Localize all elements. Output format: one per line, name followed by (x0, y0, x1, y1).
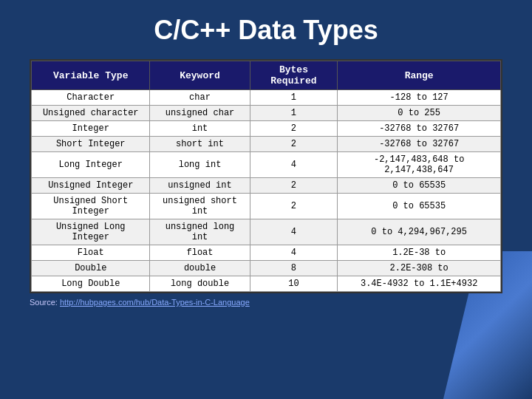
page-title: C/C++ Data Types (30, 15, 502, 46)
table-cell: 1 (250, 90, 338, 106)
table-cell: short int (150, 137, 250, 152)
table-cell: int (150, 121, 250, 137)
table-cell: 2.2E-308 to (338, 261, 501, 276)
table-cell: -32768 to 32767 (338, 121, 501, 137)
table-cell: char (150, 90, 250, 106)
table-cell: Long Double (32, 276, 150, 292)
table-row: Characterchar1-128 to 127 (32, 90, 501, 106)
table-cell: 2 (250, 178, 338, 194)
table-cell: unsigned int (150, 178, 250, 194)
table-cell: double (150, 261, 250, 276)
table-cell: -2,147,483,648 to 2,147,438,647 (338, 152, 501, 178)
table-cell: Double (32, 261, 150, 276)
table-cell: 1.2E-38 to (338, 245, 501, 261)
table-cell: Long Integer (32, 152, 150, 178)
col-bytes: Bytes Required (250, 61, 338, 90)
table-row: Unsigned Long Integerunsigned long int40… (32, 219, 501, 245)
table-cell: unsigned short int (150, 194, 250, 219)
table-cell: 0 to 65535 (338, 178, 501, 194)
table-cell: Integer (32, 121, 150, 137)
table-cell: 0 to 255 (338, 106, 501, 121)
table-cell: long double (150, 276, 250, 292)
table-row: Integerint2-32768 to 32767 (32, 121, 501, 137)
table-wrapper: Variable Type Keyword Bytes Required Ran… (30, 59, 502, 293)
col-range: Range (338, 61, 501, 90)
table-cell: 2 (250, 194, 338, 219)
table-row: Unsigned Short Integerunsigned short int… (32, 194, 501, 219)
header-row: Variable Type Keyword Bytes Required Ran… (32, 61, 501, 90)
table-row: Doubledouble82.2E-308 to (32, 261, 501, 276)
table-cell: Character (32, 90, 150, 106)
col-variable-type: Variable Type (32, 61, 150, 90)
table-row: Unsigned Integerunsigned int20 to 65535 (32, 178, 501, 194)
table-cell: unsigned char (150, 106, 250, 121)
table-row: Short Integershort int2-32768 to 32767 (32, 137, 501, 152)
table-cell: 10 (250, 276, 338, 292)
table-cell: Unsigned character (32, 106, 150, 121)
table-cell: -128 to 127 (338, 90, 501, 106)
table-row: Unsigned characterunsigned char10 to 255 (32, 106, 501, 121)
table-cell: Float (32, 245, 150, 261)
table-cell: Unsigned Short Integer (32, 194, 150, 219)
table-cell: Short Integer (32, 137, 150, 152)
table-cell: 8 (250, 261, 338, 276)
table-body: Characterchar1-128 to 127Unsigned charac… (32, 90, 501, 292)
table-cell: 4 (250, 245, 338, 261)
table-cell: 1 (250, 106, 338, 121)
source-label: Source: (30, 298, 58, 307)
col-keyword: Keyword (150, 61, 250, 90)
table-cell: Unsigned Integer (32, 178, 150, 194)
table-row: Long Doublelong double103.4E-4932 to 1.1… (32, 276, 501, 292)
table-cell: -32768 to 32767 (338, 137, 501, 152)
table-header: Variable Type Keyword Bytes Required Ran… (32, 61, 501, 90)
data-types-table: Variable Type Keyword Bytes Required Ran… (31, 61, 501, 292)
table-cell: float (150, 245, 250, 261)
table-cell: 4 (250, 219, 338, 245)
table-cell: 0 to 4,294,967,295 (338, 219, 501, 245)
table-cell: Unsigned Long Integer (32, 219, 150, 245)
table-cell: 3.4E-4932 to 1.1E+4932 (338, 276, 501, 292)
table-row: Long Integerlong int4-2,147,483,648 to 2… (32, 152, 501, 178)
main-container: C/C++ Data Types Variable Type Keyword B… (0, 0, 532, 321)
table-cell: 0 to 65535 (338, 194, 501, 219)
table-cell: 4 (250, 152, 338, 178)
table-cell: unsigned long int (150, 219, 250, 245)
table-row: Floatfloat41.2E-38 to (32, 245, 501, 261)
table-cell: 2 (250, 121, 338, 137)
source-link[interactable]: http://hubpages.com/hub/Data-Types-in-C-… (60, 298, 250, 307)
source-line: Source: http://hubpages.com/hub/Data-Typ… (30, 298, 502, 307)
table-cell: long int (150, 152, 250, 178)
table-cell: 2 (250, 137, 338, 152)
